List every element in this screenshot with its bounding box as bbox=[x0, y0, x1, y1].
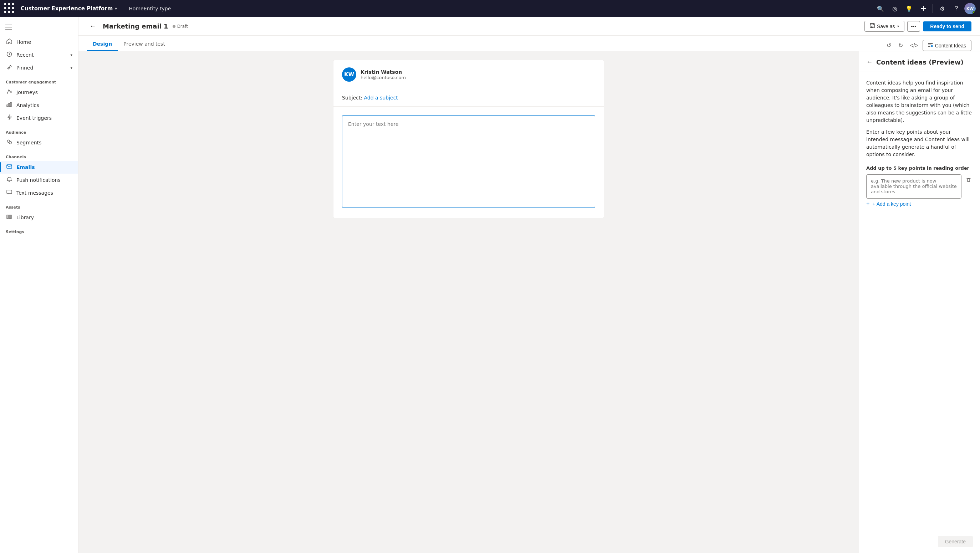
svg-rect-12 bbox=[871, 26, 873, 27]
panel-title: Content ideas (Preview) bbox=[876, 59, 964, 66]
search-icon-button[interactable]: 🔍 bbox=[874, 2, 887, 15]
tab-preview-test-label: Preview and test bbox=[123, 41, 165, 47]
recent-chevron-icon: ▾ bbox=[70, 53, 72, 57]
pinned-chevron-icon: ▾ bbox=[70, 65, 72, 70]
save-as-chevron-icon: ▾ bbox=[897, 24, 899, 28]
page-title: Marketing email 1 bbox=[103, 22, 168, 30]
sidebar-item-home[interactable]: Home bbox=[0, 36, 78, 48]
sender-initials: KW bbox=[344, 71, 354, 78]
brand-name-text: Customer Experience Platform bbox=[21, 5, 113, 12]
svg-rect-9 bbox=[8, 215, 10, 219]
help-icon-button[interactable]: ? bbox=[950, 2, 963, 15]
app-grid-icon[interactable] bbox=[4, 3, 15, 14]
subject-label: Subject: bbox=[342, 95, 362, 100]
top-navigation: Customer Experience Platform ▾ HomeEntit… bbox=[0, 0, 980, 17]
svg-rect-7 bbox=[7, 190, 12, 194]
content-area: ← Marketing email 1 Draft Save as ▾ ••• bbox=[78, 17, 980, 553]
sidebar-recent-label: Recent bbox=[16, 52, 33, 58]
redo-button[interactable]: ↻ bbox=[896, 40, 906, 51]
sidebar-item-push-notifications[interactable]: Push notifications bbox=[0, 174, 78, 186]
email-body-input[interactable] bbox=[342, 115, 595, 208]
save-as-label: Save as bbox=[877, 24, 895, 29]
sidebar-item-journeys[interactable]: Journeys bbox=[0, 86, 78, 99]
back-button[interactable]: ← bbox=[87, 21, 99, 32]
settings-icon-button[interactable]: ⚙ bbox=[936, 2, 949, 15]
status-badge: Draft bbox=[173, 24, 188, 29]
subject-link[interactable]: Add a subject bbox=[364, 95, 398, 100]
panel-footer: Generate bbox=[859, 530, 980, 553]
svg-rect-2 bbox=[8, 103, 10, 106]
content-ideas-label: Content Ideas bbox=[935, 43, 966, 48]
brand-caret-icon: ▾ bbox=[115, 6, 117, 11]
email-body bbox=[333, 106, 604, 218]
brand-name[interactable]: Customer Experience Platform ▾ bbox=[21, 5, 117, 12]
panel-back-button[interactable]: ← bbox=[866, 59, 873, 66]
sidebar-item-emails[interactable]: Emails bbox=[0, 161, 78, 174]
sidebar-item-library[interactable]: Library bbox=[0, 211, 78, 224]
avatar[interactable]: KW bbox=[964, 3, 976, 14]
sender-name: Kristin Watson bbox=[361, 69, 406, 75]
ready-to-send-button[interactable]: Ready to send bbox=[923, 21, 972, 31]
generate-button[interactable]: Generate bbox=[938, 536, 973, 547]
sidebar-item-text-messages[interactable]: Text messages bbox=[0, 186, 78, 199]
draft-status-label: Draft bbox=[177, 24, 188, 29]
email-subject-row: Subject: Add a subject bbox=[333, 89, 604, 106]
content-ideas-button[interactable]: Content Ideas bbox=[923, 40, 972, 51]
emails-icon bbox=[6, 164, 13, 171]
key-point-row bbox=[866, 174, 973, 199]
email-card: KW Kristin Watson hello@contoso.com Subj… bbox=[333, 60, 604, 218]
sidebar-collapse-button[interactable] bbox=[3, 21, 14, 33]
nav-divider-vertical bbox=[932, 4, 933, 13]
delete-key-point-button[interactable] bbox=[964, 174, 973, 187]
key-points-section: Add up to 5 key points in reading order … bbox=[866, 165, 973, 209]
sidebar-text-messages-label: Text messages bbox=[16, 190, 53, 196]
back-arrow-icon: ← bbox=[89, 22, 96, 30]
sidebar-item-recent[interactable]: Recent ▾ bbox=[0, 48, 78, 61]
sidebar-analytics-label: Analytics bbox=[16, 102, 39, 108]
sidebar-emails-label: Emails bbox=[16, 164, 35, 170]
section-channels: Channels bbox=[0, 149, 78, 161]
svg-rect-8 bbox=[7, 215, 8, 219]
sidebar-library-label: Library bbox=[16, 215, 34, 220]
undo-button[interactable]: ↺ bbox=[884, 40, 894, 51]
section-settings: Settings bbox=[0, 224, 78, 236]
recent-icon bbox=[6, 51, 13, 59]
more-options-button[interactable]: ••• bbox=[907, 21, 920, 32]
more-icon: ••• bbox=[911, 24, 916, 29]
section-customer-engagement: Customer engagement bbox=[0, 74, 78, 86]
tab-preview-test[interactable]: Preview and test bbox=[118, 37, 171, 51]
sidebar-event-triggers-label: Event triggers bbox=[16, 115, 52, 121]
sidebar: Home Recent ▾ Pinned ▾ Customer engageme… bbox=[0, 17, 78, 553]
code-icon: </> bbox=[910, 43, 918, 49]
email-canvas-scroll: KW Kristin Watson hello@contoso.com Subj… bbox=[78, 51, 859, 553]
email-sender-section: KW Kristin Watson hello@contoso.com bbox=[333, 60, 604, 89]
sidebar-item-analytics[interactable]: Analytics bbox=[0, 99, 78, 111]
key-points-label: Add up to 5 key points in reading order bbox=[866, 165, 973, 171]
sidebar-item-segments[interactable]: Segments bbox=[0, 136, 78, 149]
sidebar-item-pinned[interactable]: Pinned ▾ bbox=[0, 61, 78, 74]
panel-back-arrow-icon: ← bbox=[866, 59, 873, 66]
section-audience: Audience bbox=[0, 124, 78, 136]
entity-type-label: HomeEntity type bbox=[129, 6, 171, 11]
right-panel-header: ← Content ideas (Preview) bbox=[859, 51, 980, 72]
tab-design[interactable]: Design bbox=[87, 37, 118, 51]
svg-rect-3 bbox=[10, 102, 11, 106]
target-icon-button[interactable]: ◎ bbox=[888, 2, 901, 15]
add-key-point-button[interactable]: + + Add a key point bbox=[866, 199, 911, 209]
lightbulb-icon-button[interactable]: 💡 bbox=[903, 2, 915, 15]
home-icon bbox=[6, 38, 13, 46]
content-ideas-panel: ← Content ideas (Preview) Content ideas … bbox=[859, 51, 980, 553]
redo-icon: ↻ bbox=[898, 42, 903, 49]
sender-info: Kristin Watson hello@contoso.com bbox=[361, 69, 406, 80]
code-view-button[interactable]: </> bbox=[907, 40, 921, 51]
panel-body: Content ideas help you find inspiration … bbox=[859, 72, 980, 530]
svg-rect-10 bbox=[10, 215, 11, 219]
page-tabs: Design Preview and test ↺ ↻ </> bbox=[78, 36, 980, 51]
sidebar-item-event-triggers[interactable]: Event triggers bbox=[0, 111, 78, 124]
save-as-button[interactable]: Save as ▾ bbox=[864, 21, 904, 32]
event-triggers-icon bbox=[6, 114, 13, 122]
key-point-input[interactable] bbox=[866, 174, 961, 199]
add-icon-button[interactable] bbox=[917, 2, 930, 15]
segments-icon bbox=[6, 139, 13, 146]
main-layout: Home Recent ▾ Pinned ▾ Customer engageme… bbox=[0, 17, 980, 553]
